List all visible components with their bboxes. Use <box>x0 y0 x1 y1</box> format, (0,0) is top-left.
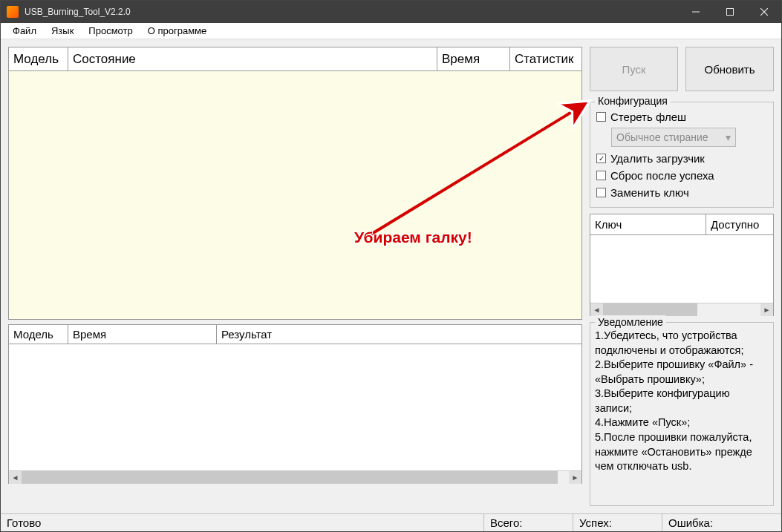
app-icon <box>7 6 19 18</box>
titlebar: USB_Burning_Tool_V2.2.0 <box>1 1 781 23</box>
scroll-left-icon[interactable]: ◄ <box>590 303 603 316</box>
col-time[interactable]: Время <box>437 47 510 71</box>
device-table-body <box>9 71 581 319</box>
erase-flash-label: Стереть флеш <box>610 111 686 123</box>
notice-line-2: 2.Выберите прошивку «Файл» - «Выбрать пр… <box>595 358 769 387</box>
maximize-button[interactable] <box>713 1 747 23</box>
key-table-body <box>590 235 773 303</box>
erase-bootloader-label: Удалить загрузчик <box>610 152 705 165</box>
notice-box: Уведомление 1.Убедитесь, что устройства … <box>590 322 774 506</box>
replace-key-row[interactable]: Заменить ключ <box>596 184 767 201</box>
reset-after-row[interactable]: Сброс после успеха <box>596 167 767 184</box>
scroll-right-icon[interactable]: ► <box>569 471 581 484</box>
log-table-body <box>9 344 581 470</box>
statusbar: Готово Всего: Успех: Ошибка: <box>1 513 781 531</box>
key-table: Ключ Доступно ◄ ► <box>590 214 774 316</box>
status-success: Успех: <box>573 514 662 531</box>
reset-after-checkbox[interactable] <box>596 171 606 180</box>
device-table-header: Модель Состояние Время Статистик <box>9 47 581 71</box>
col-stats[interactable]: Статистик <box>510 47 581 71</box>
right-column: Пуск Обновить Конфигурация Стереть флеш … <box>590 47 774 506</box>
menubar: Файл Язык Просмотр О программе <box>1 23 781 39</box>
col-model[interactable]: Модель <box>9 47 68 71</box>
close-button[interactable] <box>747 1 781 23</box>
chevron-down-icon: ▾ <box>726 131 731 143</box>
config-title: Конфигурация <box>595 95 671 107</box>
status-total: Всего: <box>484 514 573 531</box>
notice-line-1: 1.Убедитесь, что устройства подключены и… <box>595 329 769 358</box>
notice-line-3: 3.Выберите конфигурацию записи; <box>595 387 769 416</box>
erase-mode-value: Обычное стирание <box>616 131 708 143</box>
window-title: USB_Burning_Tool_V2.2.0 <box>25 7 679 17</box>
erase-flash-row[interactable]: Стереть флеш <box>596 108 767 125</box>
key-scrollbar[interactable]: ◄ ► <box>590 303 773 315</box>
erase-flash-checkbox[interactable] <box>596 112 606 122</box>
device-table: Модель Состояние Время Статистик <box>8 47 582 320</box>
action-buttons: Пуск Обновить <box>590 47 774 91</box>
left-column: Модель Состояние Время Статистик Модель … <box>8 47 582 506</box>
log-col-model[interactable]: Модель <box>9 325 68 344</box>
menu-file[interactable]: Файл <box>5 24 44 38</box>
scroll-left-icon[interactable]: ◄ <box>9 471 22 484</box>
log-table-header: Модель Время Результат <box>9 325 581 344</box>
menu-language[interactable]: Язык <box>44 24 81 38</box>
log-col-time[interactable]: Время <box>68 325 217 344</box>
notice-line-4: 4.Нажмите «Пуск»; <box>595 416 769 430</box>
notice-title: Уведомление <box>595 315 666 329</box>
key-table-header: Ключ Доступно <box>590 214 773 235</box>
status-error: Ошибка: <box>662 514 781 531</box>
svg-rect-1 <box>727 9 734 16</box>
reset-after-label: Сброс после успеха <box>610 169 714 182</box>
menu-about[interactable]: О программе <box>140 24 215 38</box>
scroll-right-icon[interactable]: ► <box>760 303 773 316</box>
start-button[interactable]: Пуск <box>590 47 678 91</box>
erase-bootloader-row[interactable]: ✓ Удалить загрузчик <box>596 150 767 167</box>
content-area: Модель Состояние Время Статистик Модель … <box>1 39 781 513</box>
minimize-button[interactable] <box>679 1 713 23</box>
refresh-button[interactable]: Обновить <box>685 47 774 91</box>
replace-key-label: Заменить ключ <box>610 186 689 199</box>
key-col-available[interactable]: Доступно <box>706 214 773 235</box>
config-group: Конфигурация Стереть флеш Обычное стиран… <box>590 102 774 208</box>
col-state[interactable]: Состояние <box>68 47 437 71</box>
key-col-key[interactable]: Ключ <box>590 214 706 235</box>
menu-view[interactable]: Просмотр <box>81 24 140 38</box>
status-ready: Готово <box>1 514 484 531</box>
log-table: Модель Время Результат ◄ ► <box>8 324 582 484</box>
erase-bootloader-checkbox[interactable]: ✓ <box>596 154 606 163</box>
window-controls <box>679 1 781 23</box>
replace-key-checkbox[interactable] <box>596 188 606 197</box>
notice-line-5: 5.После прошивки пожалуйста, нажмите «Ос… <box>595 430 769 474</box>
erase-mode-select: Обычное стирание ▾ <box>611 128 736 147</box>
log-scrollbar[interactable]: ◄ ► <box>9 470 581 483</box>
log-col-result[interactable]: Результат <box>217 325 581 344</box>
